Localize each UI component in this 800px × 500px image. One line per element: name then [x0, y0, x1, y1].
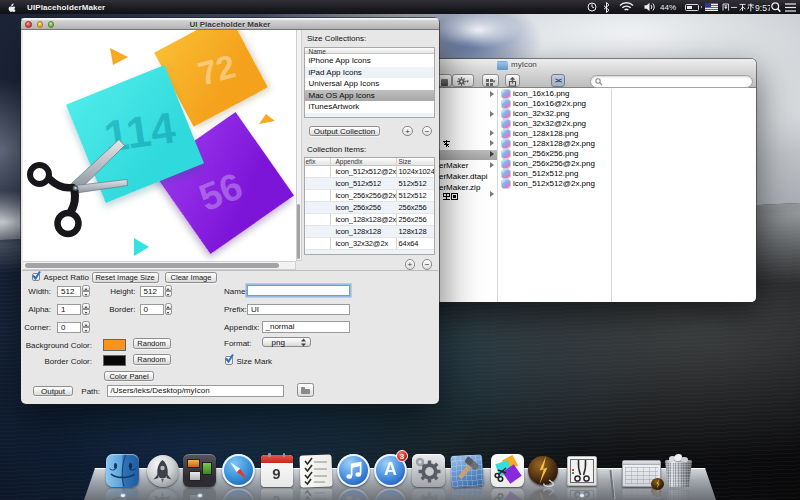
- svg-text:9:57: 9:57: [755, 2, 770, 12]
